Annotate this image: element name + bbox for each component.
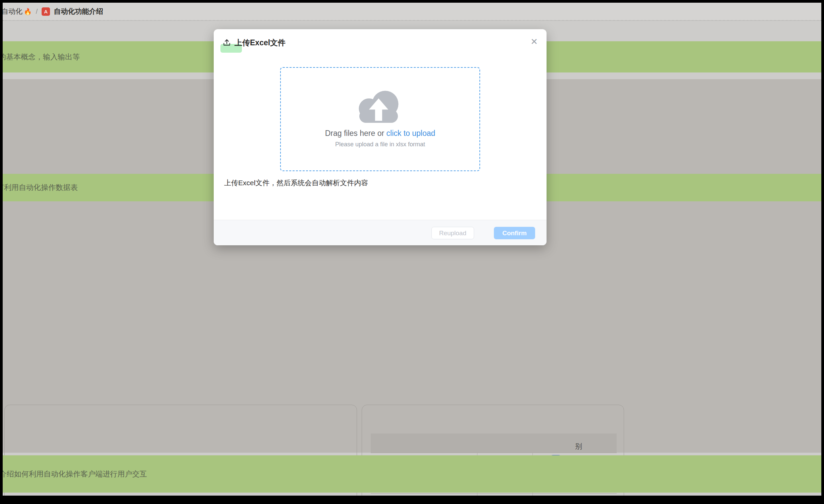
banner-text: 的基本概念，输入输出等 <box>3 52 80 62</box>
confirm-button[interactable]: Confirm <box>494 227 535 239</box>
close-icon[interactable]: ✕ <box>530 37 538 46</box>
click-to-upload-link[interactable]: click to upload <box>387 129 435 138</box>
table-row: 赵六86女 <box>371 494 617 496</box>
breadcrumb-separator: / <box>36 8 38 15</box>
breadcrumb-root[interactable]: 自动化 <box>3 7 22 16</box>
dialog-title: 上传Excel文件 <box>235 38 286 48</box>
banner-text: 介绍如何利用自动化操作客户端进行用户交互 <box>3 469 147 479</box>
dialog-note: 上传Excel文件，然后系统会自动解析文件内容 <box>224 178 368 188</box>
dropzone-hint: Please upload a file in xlsx format <box>281 141 479 148</box>
breadcrumb-current: 自动化功能介绍 <box>54 7 103 16</box>
reupload-button[interactable]: Reupload <box>431 227 474 239</box>
table-header-row: 别 <box>371 434 617 453</box>
top-bar: 自动化 🔥 / A 自动化功能介绍 <box>3 3 821 21</box>
upload-cloud-icon <box>355 87 406 126</box>
upload-excel-dialog: 上传Excel文件 ✕ Drag files here or click to … <box>214 29 547 245</box>
dropzone-text: Drag files here or click to upload <box>281 129 479 138</box>
cell-name: 赵六 <box>371 494 477 496</box>
dialog-footer: Reupload Confirm <box>214 220 547 245</box>
upload-icon <box>222 38 231 48</box>
fire-icon: 🔥 <box>24 8 32 15</box>
breadcrumb: 自动化 🔥 / A 自动化功能介绍 <box>3 3 103 20</box>
file-dropzone[interactable]: Drag files here or click to upload Pleas… <box>280 67 480 171</box>
drag-files-text: Drag files here or <box>325 129 387 138</box>
cell-age: 86 <box>477 494 533 496</box>
banner-text: 何利用自动化操作数据表 <box>3 183 78 193</box>
section-banner-client: 介绍如何利用自动化操作客户端进行用户交互 <box>3 455 821 493</box>
gender-column-header: 别 <box>575 442 582 451</box>
page-favicon-badge: A <box>42 7 50 16</box>
